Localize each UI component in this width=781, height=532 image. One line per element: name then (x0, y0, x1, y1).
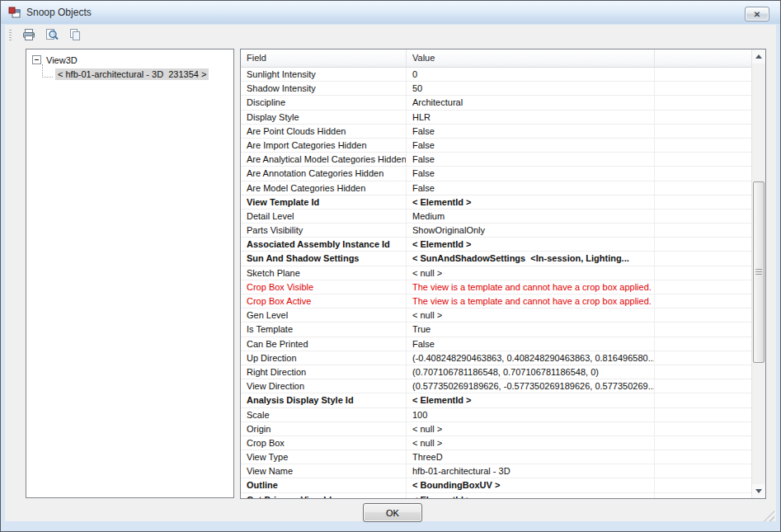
field-cell: View Template Id (241, 195, 407, 209)
filler-cell (655, 153, 751, 166)
tree-node-selected-view[interactable]: < hfb-01-architectural - 3D 231354 > (26, 67, 233, 81)
table-row[interactable]: Crop Box VisibleThe view is a template a… (241, 280, 751, 294)
filler-cell (655, 478, 751, 492)
table-row[interactable]: Get Primary View Id< ElementId > (241, 493, 751, 498)
filler-cell (655, 464, 751, 478)
copy-button[interactable] (64, 26, 85, 45)
field-cell: Get Primary View Id (241, 493, 407, 498)
filler-cell (655, 493, 751, 498)
filler-cell (655, 210, 751, 223)
table-row[interactable]: View Namehfb-01-architectural - 3D (241, 464, 751, 478)
filler-cell (655, 238, 751, 251)
value-cell: < ElementId > (407, 393, 655, 407)
table-row[interactable]: Are Import Categories HiddenFalse (241, 139, 751, 153)
field-cell: Sunlight Intensity (241, 68, 407, 81)
field-cell: Crop Box (241, 436, 407, 450)
value-cell: < null > (407, 422, 655, 435)
table-row[interactable]: Gen Level< null > (241, 308, 751, 322)
client-area: View3D < hfb-01-architectural - 3D 23135… (5, 46, 776, 521)
snoop-objects-window: Snoop Objects ✕ (0, 0, 781, 532)
table-row[interactable]: Are Annotation Categories HiddenFalse (241, 167, 751, 181)
scroll-up-button[interactable] (752, 49, 765, 64)
table-row[interactable]: Are Point Clouds HiddenFalse (241, 125, 751, 139)
table-row[interactable]: Detail LevelMedium (241, 210, 751, 224)
table-row[interactable]: Origin< null > (241, 422, 751, 436)
table-rows: Sunlight Intensity0Shadow Intensity50Dis… (241, 68, 751, 498)
toolbar-grip[interactable] (9, 30, 12, 42)
table-row[interactable]: Parts VisibilityShowOriginalOnly (241, 224, 751, 238)
filler-cell (655, 450, 751, 464)
filler-cell (655, 224, 751, 237)
filler-cell (655, 68, 751, 81)
filler-cell (655, 379, 751, 393)
table-row[interactable]: Are Analytical Model Categories HiddenFa… (241, 153, 751, 167)
value-cell: 50 (407, 82, 655, 95)
table-row[interactable]: Sun And Shadow Settings< SunAndShadowSet… (241, 252, 751, 266)
table-row[interactable]: Sketch Plane< null > (241, 266, 751, 280)
magnifier-icon (45, 28, 59, 44)
vertical-scrollbar[interactable] (751, 49, 765, 498)
filler-cell (655, 111, 751, 124)
print-preview-button[interactable] (41, 26, 62, 45)
table-row[interactable]: Are Model Categories HiddenFalse (241, 181, 751, 195)
table-row[interactable]: Outline< BoundingBoxUV > (241, 478, 751, 492)
table-row[interactable]: View TypeThreeD (241, 450, 751, 464)
filler-cell (655, 195, 751, 209)
filler-cell (655, 139, 751, 152)
filler-cell (655, 393, 751, 407)
value-cell: HLR (407, 111, 655, 124)
column-header-value[interactable]: Value (407, 49, 655, 67)
table-row[interactable]: Crop Box< null > (241, 436, 751, 450)
table-row[interactable]: Display StyleHLR (241, 111, 751, 125)
table-row[interactable]: Can Be PrintedFalse (241, 337, 751, 351)
table-row[interactable]: Up Direction(-0.408248290463863, 0.40824… (241, 351, 751, 365)
table-row[interactable]: Crop Box ActiveThe view is a template an… (241, 294, 751, 308)
table-row[interactable]: View Direction(0.577350269189626, -0.577… (241, 379, 751, 393)
close-button[interactable]: ✕ (745, 7, 769, 21)
table-row[interactable]: Right Direction(0.707106781186548, 0.707… (241, 365, 751, 379)
table-row[interactable]: Analysis Display Style Id< ElementId > (241, 393, 751, 407)
filler-cell (655, 125, 751, 138)
field-cell: Can Be Printed (241, 337, 407, 351)
table-row[interactable]: View Template Id< ElementId > (241, 195, 751, 210)
value-cell: < ElementId > (407, 195, 655, 209)
value-cell: hfb-01-architectural - 3D (407, 464, 655, 478)
table-row[interactable]: Scale100 (241, 408, 751, 422)
table-row[interactable]: Shadow Intensity50 (241, 82, 751, 96)
column-header-field[interactable]: Field (241, 49, 407, 67)
filler-cell (655, 436, 751, 450)
tree-node-view3d[interactable]: View3D (26, 53, 233, 67)
field-cell: Associated Assembly Instance Id (241, 238, 407, 251)
tree-panel: View3D < hfb-01-architectural - 3D 23135… (26, 49, 234, 498)
field-cell: Right Direction (241, 365, 407, 379)
value-cell: < ElementId > (407, 238, 655, 251)
field-cell: Shadow Intensity (241, 82, 407, 95)
filler-cell (655, 82, 751, 95)
value-cell: False (407, 153, 655, 166)
field-cell: Sun And Shadow Settings (241, 252, 407, 265)
tree-collapse-toggle[interactable] (32, 55, 41, 64)
field-cell: Origin (241, 422, 407, 435)
filler-cell (655, 294, 751, 308)
title-bar[interactable]: Snoop Objects ✕ (1, 1, 780, 24)
field-cell: Outline (241, 478, 407, 492)
print-button[interactable] (18, 26, 39, 45)
value-cell: < ElementId > (407, 493, 655, 498)
scroll-down-button[interactable] (752, 484, 765, 498)
ok-button[interactable]: OK (363, 503, 422, 522)
table-row[interactable]: Is TemplateTrue (241, 322, 751, 337)
tree-node-label: < hfb-01-architectural - 3D 231354 > (55, 68, 209, 80)
value-cell: < SunAndShadowSettings <In-session, Ligh… (407, 252, 655, 265)
table-row[interactable]: Sunlight Intensity0 (241, 68, 751, 82)
field-cell: Are Analytical Model Categories Hidden (241, 153, 407, 166)
table-row[interactable]: DisciplineArchitectural (241, 96, 751, 110)
resize-grip[interactable] (764, 511, 774, 521)
value-cell: 100 (407, 408, 655, 421)
scrollbar-thumb[interactable] (753, 181, 765, 363)
tree-connector (42, 64, 53, 78)
table-row[interactable]: Associated Assembly Instance Id< Element… (241, 238, 751, 252)
filler-cell (655, 266, 751, 280)
filler-cell (655, 252, 751, 265)
value-cell: False (407, 139, 655, 152)
list-header: Field Value (241, 49, 751, 68)
